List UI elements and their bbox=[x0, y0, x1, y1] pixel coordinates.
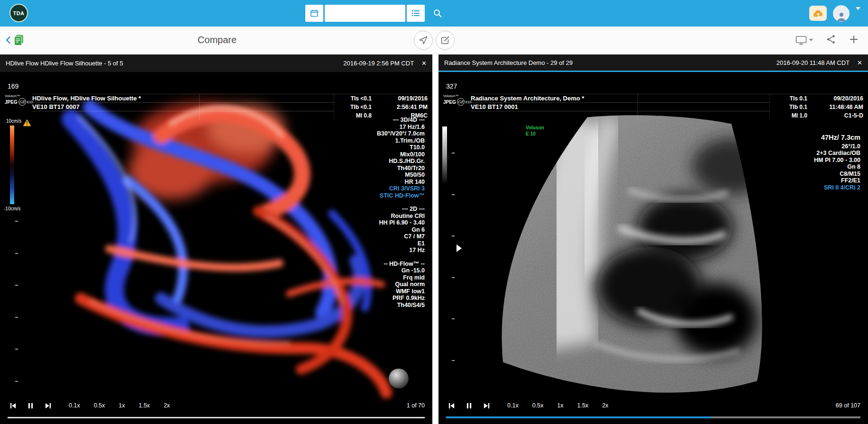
speed-options: 0.1x0.5x1x1.5x2x bbox=[69, 402, 170, 409]
topbar: TDA bbox=[0, 0, 868, 27]
trackball-cursor bbox=[389, 369, 409, 388]
location-arrow-icon bbox=[419, 36, 428, 45]
depth-tick bbox=[452, 235, 455, 236]
toolbar: Compare bbox=[0, 27, 868, 54]
depth-tick bbox=[15, 221, 18, 222]
study-date: 09/20/2016 bbox=[807, 95, 863, 102]
grayscale-bar bbox=[442, 126, 447, 184]
header-divider bbox=[638, 111, 769, 120]
ti-value: TIs <0.1 bbox=[334, 94, 372, 103]
caret-down-icon bbox=[856, 7, 860, 17]
speed-button[interactable]: 2x bbox=[164, 402, 170, 409]
speed-button[interactable]: 1x bbox=[119, 402, 125, 409]
freq-depth: 47Hz/ 7.3cm bbox=[814, 134, 860, 142]
plus-icon bbox=[849, 35, 859, 44]
calendar-button[interactable] bbox=[305, 5, 323, 22]
dicom-header-overlay: Voluson™ JPEG GE E10 HDlive Flow, HDlive… bbox=[5, 94, 428, 120]
panel-title: HDlive Flow HDlive Flow Silhouette - 5 o… bbox=[6, 60, 338, 67]
close-icon[interactable]: ✕ bbox=[421, 60, 427, 67]
ti-value: TIs 0.1 bbox=[769, 94, 807, 103]
probe-label: C1-5-D bbox=[807, 112, 863, 119]
header-divider bbox=[638, 94, 769, 103]
speed-button[interactable]: 0.5x bbox=[94, 402, 105, 409]
search-input[interactable] bbox=[325, 5, 405, 22]
speed-button[interactable]: 2x bbox=[602, 402, 608, 409]
pause-icon bbox=[466, 402, 472, 409]
speed-button[interactable]: 0.5x bbox=[532, 402, 544, 409]
study-title: HDlive Flow, HDlive Flow Silhouette * bbox=[32, 94, 199, 103]
param-line: WMF low1 bbox=[377, 288, 425, 295]
speed-button[interactable]: 0.1x bbox=[507, 402, 519, 409]
app-logo[interactable]: TDA bbox=[9, 4, 28, 22]
voluson-overlay: Voluson E 10 bbox=[526, 125, 544, 137]
user-avatar[interactable] bbox=[833, 5, 850, 22]
skip-start-button[interactable] bbox=[446, 401, 457, 410]
viewer-panel-right: Radiance System Architecture Demo - 29 o… bbox=[439, 54, 868, 424]
param-line: Th40/S4/5 bbox=[377, 302, 425, 309]
search-icon bbox=[433, 9, 442, 18]
panel-header-right[interactable]: Radiance System Architecture Demo - 29 o… bbox=[439, 54, 868, 72]
pause-button[interactable] bbox=[25, 401, 36, 410]
mi-value: MI 1.0 bbox=[769, 111, 807, 120]
param-line: 17 Hz/1.6 bbox=[377, 124, 425, 131]
param-line: HM PI 7.00 - 3.00 bbox=[814, 157, 860, 164]
display-layout-button[interactable] bbox=[795, 36, 813, 45]
share-button[interactable] bbox=[826, 35, 836, 45]
depth-ticks bbox=[15, 221, 18, 382]
depth-tick bbox=[452, 277, 455, 278]
play-marker-icon[interactable] bbox=[457, 244, 462, 252]
playback-controls: 0.1x0.5x1x1.5x2x 1 of 70 bbox=[8, 400, 425, 411]
progress-bar[interactable] bbox=[8, 417, 425, 418]
ge-logo-icon: GE bbox=[18, 98, 26, 106]
hdlive-flow-render bbox=[0, 72, 432, 424]
param-line-accent: CRI 3/VSRI 3 bbox=[377, 185, 425, 192]
depth-tick bbox=[452, 194, 455, 195]
skip-end-button[interactable] bbox=[43, 401, 53, 410]
annotate-button[interactable] bbox=[436, 31, 455, 50]
panel-title: Radiance System Architecture Demo - 29 o… bbox=[444, 59, 771, 66]
progress-fill bbox=[8, 417, 425, 418]
progress-bar[interactable] bbox=[446, 416, 860, 418]
compose-icon bbox=[440, 36, 450, 45]
header-divider bbox=[199, 111, 334, 120]
image-viewport-right[interactable]: 327 Voluson™ JPEG GE E10 Radiance System… bbox=[439, 72, 868, 424]
study-title: Radiance System Architecture, Demo * bbox=[471, 94, 638, 103]
dicom-header-overlay: Voluson™ JPEG GE E10 Radiance System Arc… bbox=[443, 94, 863, 120]
param-line: -- HD-Flow™ -- bbox=[377, 261, 425, 268]
speed-button[interactable]: 1x bbox=[557, 402, 563, 409]
user-menu-caret[interactable] bbox=[856, 10, 860, 17]
skip-end-icon bbox=[45, 402, 52, 409]
ti-value: TIb <0.1 bbox=[334, 103, 372, 111]
monitor-icon bbox=[795, 36, 807, 45]
add-button[interactable] bbox=[849, 35, 859, 45]
header-divider bbox=[199, 94, 334, 103]
close-icon[interactable]: ✕ bbox=[857, 59, 862, 66]
image-viewport-left[interactable]: 169 Voluson™ JPEG GE E10 HDlive Flow, HD… bbox=[0, 72, 432, 424]
depth-tick bbox=[452, 360, 455, 361]
toolbar-right bbox=[795, 27, 859, 54]
search-button[interactable] bbox=[430, 6, 445, 20]
param-line: T10.0 bbox=[377, 144, 425, 151]
send-to-button[interactable] bbox=[414, 31, 433, 50]
study-date: 09/19/2016 bbox=[372, 95, 428, 102]
playback-controls: 0.1x0.5x1x1.5x2x 69 of 107 bbox=[446, 400, 860, 411]
param-line: 2+3 Cardiac/OB bbox=[814, 150, 860, 157]
panel-timestamp: 2016-09-19 2:56 PM CDT bbox=[343, 60, 414, 67]
ge-logo-icon: GE bbox=[457, 98, 465, 106]
topbar-right bbox=[809, 0, 860, 27]
search-group bbox=[305, 5, 425, 22]
panel-header-left[interactable]: HDlive Flow HDlive Flow Silhouette - 5 o… bbox=[0, 54, 432, 72]
param-line: Frq mid bbox=[377, 274, 425, 281]
param-line: Gn 8 bbox=[814, 163, 860, 171]
list-view-button[interactable] bbox=[407, 5, 425, 22]
speed-button[interactable]: 0.1x bbox=[69, 402, 80, 409]
skip-end-icon bbox=[483, 402, 490, 409]
skip-end-button[interactable] bbox=[481, 401, 492, 410]
cloud-upload-button[interactable] bbox=[809, 6, 827, 21]
voluson-brand: Voluson™ bbox=[443, 94, 471, 98]
skip-start-button[interactable] bbox=[8, 401, 18, 410]
speed-button[interactable]: 1.5x bbox=[577, 402, 588, 409]
pause-button[interactable] bbox=[464, 401, 474, 410]
speed-button[interactable]: 1.5x bbox=[138, 402, 150, 409]
user-icon bbox=[836, 10, 847, 22]
